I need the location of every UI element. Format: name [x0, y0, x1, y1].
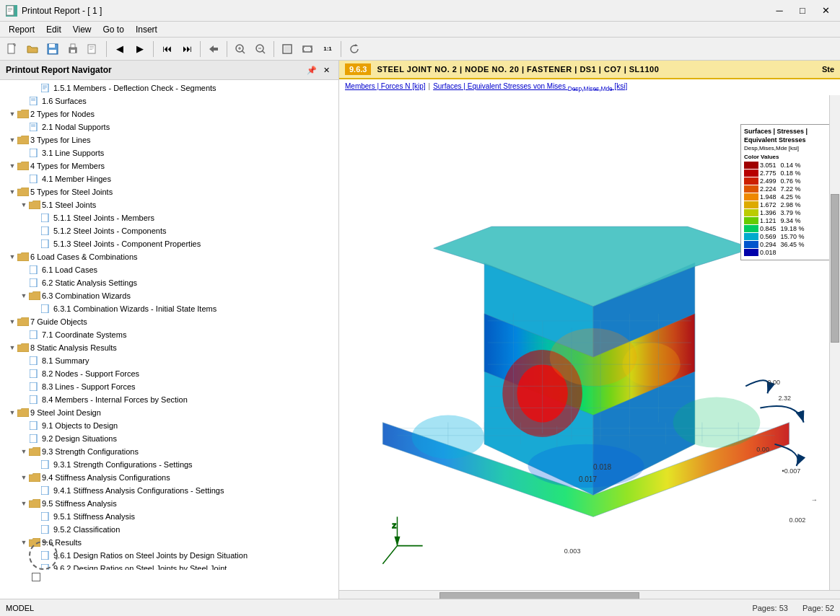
toggle-icon[interactable]: ▼ [19, 498, 29, 509]
svg-rect-59 [41, 525, 48, 534]
svg-rect-41 [30, 149, 37, 157]
legend-swatch [744, 209, 758, 216]
toolbar-last[interactable]: ⏭ [178, 40, 196, 58]
toggle-icon [19, 434, 29, 444]
toggle-icon[interactable]: ▼ [19, 446, 29, 457]
svg-rect-56 [41, 460, 48, 469]
toggle-icon[interactable]: ▼ [7, 135, 17, 145]
tree-item-8_4[interactable]: 8.4 Members - Internal Forces by Section [0, 393, 338, 406]
toggle-icon[interactable]: ▼ [7, 408, 17, 418]
toggle-icon[interactable]: ▼ [19, 291, 29, 301]
tree-item-8_1[interactable]: 8.1 Summary [0, 354, 338, 367]
report-link-members[interactable]: Members | Forces N [kip] [345, 82, 426, 92]
tree-item-3_1[interactable]: 3.1 Line Supports [0, 146, 338, 159]
tree-item-9_2[interactable]: 9.2 Design Situations [0, 432, 338, 445]
toggle-icon[interactable]: ▼ [7, 187, 17, 197]
svg-line-17 [242, 50, 245, 53]
toolbar-fitwidth[interactable] [298, 40, 317, 58]
tree-item-5_1[interactable]: ▼ 5.1 Steel Joints [0, 198, 338, 211]
tree-item-8_3[interactable]: 8.3 Lines - Support Forces [0, 380, 338, 393]
toolbar-save[interactable] [43, 40, 62, 58]
tree-item-1_6[interactable]: 1.6 Surfaces [0, 94, 338, 107]
scroll-thumb[interactable] [831, 194, 839, 343]
tree-item-6[interactable]: ▼ 6 Load Cases & Combinations [0, 250, 338, 263]
toggle-icon[interactable]: ▼ [7, 109, 17, 119]
navigator-close[interactable]: ✕ [320, 63, 333, 76]
legend-value: 2.775 [760, 170, 776, 177]
toggle-icon[interactable]: ▼ [7, 161, 17, 171]
tree-item-5_1_2[interactable]: 5.1.2 Steel Joints - Components [0, 224, 338, 237]
tree-container[interactable]: 1.5.1 Members - Deflection Check - Segme… [0, 80, 338, 570]
tree-item-5_1_3[interactable]: 5.1.3 Steel Joints - Component Propertie… [0, 237, 338, 250]
toolbar-prev[interactable]: ◀ [110, 40, 129, 58]
close-button[interactable]: ✕ [817, 4, 834, 17]
toolbar-new[interactable] [3, 40, 22, 58]
navigator-pin[interactable]: 📌 [305, 63, 318, 76]
menu-view[interactable]: View [67, 23, 97, 36]
tree-label: 8.2 Nodes - Support Forces [42, 369, 337, 378]
horizontal-scrollbar[interactable] [339, 590, 840, 599]
toolbar-back[interactable] [204, 40, 223, 58]
tree-item-5[interactable]: ▼ 5 Types for Steel Joints [0, 185, 338, 198]
tree-item-6_3[interactable]: ▼ 6.3 Combination Wizards [0, 289, 338, 302]
minimize-button[interactable]: ─ [771, 4, 788, 17]
tree-item-9_4_1[interactable]: 9.4.1 Stiffness Analysis Configurations … [0, 484, 338, 497]
toolbar-fitpage[interactable] [278, 40, 297, 58]
tree-item-9_5[interactable]: ▼ 9.5 Stiffness Analysis [0, 497, 338, 510]
svg-text:2.32: 2.32 [779, 395, 792, 402]
toolbar-next[interactable]: ▶ [131, 40, 149, 58]
tree-item-7[interactable]: ▼ 7 Guide Objects [0, 315, 338, 328]
toggle-icon [30, 459, 40, 470]
legend-swatch [744, 249, 758, 256]
tree-item-9_5_2[interactable]: 9.5.2 Classification [0, 523, 338, 536]
menu-report[interactable]: Report [3, 23, 40, 36]
toggle-icon[interactable]: ▼ [19, 472, 29, 483]
tree-item-6_2[interactable]: 6.2 Static Analysis Settings [0, 276, 338, 289]
menu-goto[interactable]: Go to [97, 23, 130, 36]
menu-edit[interactable]: Edit [40, 23, 67, 36]
tree-item-9[interactable]: ▼ 9 Steel Joint Design [0, 406, 338, 419]
toggle-icon[interactable]: ▼ [19, 200, 29, 210]
toolbar-refresh[interactable] [345, 40, 364, 58]
tree-item-1_5_1[interactable]: 1.5.1 Members - Deflection Check - Segme… [0, 82, 338, 94]
toolbar-first[interactable]: ⏮ [157, 40, 176, 58]
tree-item-7_1[interactable]: 7.1 Coordinate Systems [0, 328, 338, 341]
toggle-icon[interactable]: ▼ [19, 537, 29, 547]
toolbar-zoom100[interactable]: 1:1 [318, 40, 337, 58]
report-link-surfaces[interactable]: Surfaces | Equivalent Stresses von Mises… [433, 82, 627, 92]
tree-item-2[interactable]: ▼ 2 Types for Nodes [0, 107, 338, 120]
svg-rect-2 [8, 9, 12, 10]
tree-item-6_3_1[interactable]: 6.3.1 Combination Wizards - Initial Stat… [0, 302, 338, 315]
tree-item-6_1[interactable]: 6.1 Load Cases [0, 263, 338, 276]
loading-indicator [29, 541, 58, 570]
tree-item-9_3_1[interactable]: 9.3.1 Strength Configurations - Settings [0, 458, 338, 471]
toggle-icon[interactable]: ▼ [7, 252, 17, 262]
tree-item-4_1[interactable]: 4.1 Member Hinges [0, 172, 338, 185]
tree-item-9_1[interactable]: 9.1 Objects to Design [0, 419, 338, 432]
tree-item-2_1[interactable]: 2.1 Nodal Supports [0, 120, 338, 133]
tree-item-3[interactable]: ▼ 3 Types for Lines [0, 133, 338, 146]
svg-text:0.018: 0.018 [593, 463, 612, 471]
maximize-button[interactable]: □ [794, 4, 811, 17]
tree-item-8_2[interactable]: 8.2 Nodes - Support Forces [0, 367, 338, 380]
tree-item-9_5_1[interactable]: 9.5.1 Stiffness Analysis [0, 510, 338, 523]
tree-item-9_3[interactable]: ▼ 9.3 Strength Configurations [0, 445, 338, 458]
menu-insert[interactable]: Insert [130, 23, 163, 36]
tree-item-5_1_1[interactable]: 5.1.1 Steel Joints - Members [0, 211, 338, 224]
tree-item-4[interactable]: ▼ 4 Types for Members [0, 159, 338, 172]
legend-pct: 3.79 % [781, 209, 801, 216]
toggle-icon[interactable]: ▼ [7, 317, 17, 327]
toolbar-open[interactable] [23, 40, 42, 58]
tree-item-9_4[interactable]: ▼ 9.4 Stiffness Analysis Configurations [0, 471, 338, 484]
toolbar-preview[interactable] [84, 40, 102, 58]
toolbar-print[interactable] [64, 40, 82, 58]
svg-rect-7 [49, 44, 55, 48]
h-scroll-thumb[interactable] [439, 592, 640, 599]
svg-rect-13 [89, 46, 94, 47]
folder-icon [17, 135, 29, 145]
toggle-icon[interactable]: ▼ [7, 343, 17, 353]
toolbar-zoomout[interactable] [251, 40, 270, 58]
vertical-scrollbar[interactable] [829, 95, 840, 590]
toolbar-zoomin[interactable] [231, 40, 250, 58]
tree-item-8[interactable]: ▼ 8 Static Analysis Results [0, 341, 338, 354]
